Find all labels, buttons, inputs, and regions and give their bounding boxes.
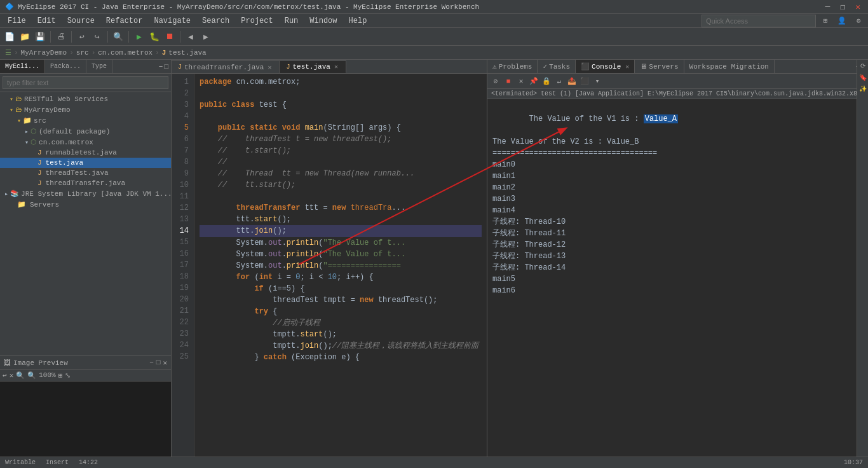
minimize-panel-btn[interactable]: − (159, 63, 163, 71)
console-clear-btn[interactable]: ⊘ (490, 76, 501, 87)
status-time: 10:37 (844, 459, 863, 466)
code-editor[interactable]: 1234 5 678910 111213 14 1516171819 20212… (172, 74, 487, 468)
preview-maximize-btn[interactable]: □ (156, 359, 161, 367)
breadcrumb-package[interactable]: cn.com.metrox (98, 49, 153, 57)
back-btn[interactable]: ◀ (184, 30, 198, 44)
tab-type[interactable]: Type (86, 60, 112, 73)
tree-item-threadtest[interactable]: J threadTest.java (0, 168, 171, 178)
tab-threadtransfer[interactable]: J threadTransfer.java ✕ (172, 60, 280, 73)
console-line-thread14: 子线程: Thread-14 (492, 262, 863, 273)
debug-btn[interactable]: 🐛 (147, 30, 161, 44)
menu-search[interactable]: Search (197, 15, 234, 27)
tree-item-myarraydemo[interactable]: ▾ 🗁 MyArrayDemo (0, 104, 171, 115)
tree-item-default[interactable]: ▸ ⬡ (default package) (0, 126, 171, 137)
image-icon: 🖼 (4, 359, 11, 367)
quick-access-input[interactable] (702, 15, 816, 27)
menu-project[interactable]: Project (236, 15, 278, 27)
breadcrumb-src[interactable]: src (76, 49, 89, 57)
undo-btn[interactable]: ↩ (75, 30, 89, 44)
menu-source[interactable]: Source (62, 15, 100, 27)
tab-test[interactable]: J test.java ✕ (280, 60, 346, 73)
preview-toolbar-btn-6[interactable]: ⊞ (58, 371, 63, 380)
perspective-btn[interactable]: ⊞ (818, 14, 832, 28)
menu-help[interactable]: Help (344, 15, 372, 27)
side-btn-1[interactable]: ⟳ (859, 61, 867, 71)
console-close-icon[interactable]: ✕ (625, 63, 629, 71)
problems-icon: ⚠ (492, 62, 497, 71)
preview-content (0, 382, 171, 458)
console-open-console-btn[interactable]: ⬛ (579, 76, 590, 87)
run-btn[interactable]: ▶ (132, 30, 146, 44)
side-btn-3[interactable]: ✨ (858, 84, 868, 94)
user-btn[interactable]: 👤 (835, 14, 849, 28)
tree-label-src: src (34, 117, 46, 125)
preview-toolbar-btn-1[interactable]: ↩ (3, 371, 7, 380)
tree-item-threadtransfer[interactable]: J threadTransfer.java (0, 178, 171, 188)
fwd-btn[interactable]: ▶ (199, 30, 213, 44)
side-btn-2[interactable]: 🔖 (858, 72, 868, 83)
preview-toolbar-btn-4[interactable]: 🔍 (27, 371, 36, 380)
breadcrumb-file[interactable]: test.java (168, 49, 206, 57)
console-export-btn[interactable]: 📤 (566, 76, 578, 87)
tab-threadtransfer-close[interactable]: ✕ (266, 64, 273, 71)
menu-file[interactable]: File (3, 15, 31, 27)
tree-item-test[interactable]: J test.java (0, 158, 171, 168)
tab-tasks[interactable]: ✓ Tasks (538, 60, 576, 73)
tab-problems[interactable]: ⚠ Problems (487, 60, 538, 73)
window-title: MyEclipse 2017 CI - Java Enterprise - My… (18, 3, 479, 11)
maximize-btn[interactable]: ❐ (837, 2, 848, 12)
console-settings-btn[interactable]: ▾ (592, 76, 603, 87)
menu-edit[interactable]: Edit (32, 15, 61, 27)
tree-item-cncommetrox[interactable]: ▾ ⬡ cn.com.metrox (0, 137, 171, 148)
close-btn[interactable]: ✕ (853, 2, 863, 12)
menu-navigate[interactable]: Navigate (149, 15, 196, 27)
tab-myeclipse[interactable]: MyEcli... (0, 60, 45, 73)
filter-input[interactable] (3, 76, 168, 89)
tab-servers[interactable]: 🖥 Servers (635, 60, 684, 73)
tab-workspace-migration[interactable]: Workspace Migration (684, 60, 775, 73)
redo-btn[interactable]: ↪ (90, 30, 104, 44)
folder-icon-myarraydemo: ▾ (10, 106, 13, 114)
console-pin-btn[interactable]: 📌 (528, 76, 539, 87)
preview-toolbar-btn-2[interactable]: ✕ (10, 371, 14, 380)
preview-toolbar-btn-7[interactable]: ⤡ (65, 371, 71, 380)
tree-item-jre[interactable]: ▸ 📚 JRE System Library [Java JDK VM 1... (0, 188, 171, 199)
console-tabs: ⚠ Problems ✓ Tasks ⬛ Console ✕ 🖥 Servers… (487, 60, 868, 74)
save-btn[interactable]: 💾 (33, 30, 47, 44)
tree-item-runnabletest[interactable]: J runnabletest.java (0, 148, 171, 158)
console-remove-btn[interactable]: ✕ (515, 76, 527, 87)
console-terminate-btn[interactable]: ■ (503, 76, 514, 87)
console-content[interactable]: The Value of the V1 is : Value_A The Val… (487, 99, 868, 468)
menu-window[interactable]: Window (304, 15, 342, 27)
console-scroll-lock-btn[interactable]: 🔒 (541, 76, 552, 87)
stop-btn[interactable]: ⏹ (163, 30, 177, 44)
open-btn[interactable]: 📁 (18, 30, 32, 44)
tab-package[interactable]: Packa... (45, 60, 86, 73)
console-line-main1: main1 (492, 170, 863, 182)
status-text: Writable (5, 459, 36, 466)
tree-item-src[interactable]: ▾ 📁 src (0, 115, 171, 126)
settings-top-btn[interactable]: ⚙ (851, 14, 865, 28)
breadcrumb-j: J (162, 49, 166, 57)
preview-close-btn[interactable]: ✕ (163, 359, 167, 367)
code-content[interactable]: package cn.com.metrox; public class test… (194, 74, 487, 468)
console-word-wrap-btn[interactable]: ↵ (553, 76, 565, 87)
package-icon-default: ▸ (25, 128, 29, 135)
print-btn[interactable]: 🖨 (54, 30, 68, 44)
tab-test-close[interactable]: ✕ (333, 63, 339, 71)
maximize-panel-btn[interactable]: □ (164, 63, 168, 71)
breadcrumb-home[interactable]: ☰ (5, 48, 11, 57)
console-line-thread11: 子线程: Thread-11 (492, 228, 863, 239)
menu-run[interactable]: Run (280, 15, 304, 27)
preview-toolbar-btn-3[interactable]: 🔍 (16, 371, 25, 380)
tree-item-servers[interactable]: 📁 Servers (0, 199, 171, 210)
menu-refactor[interactable]: Refactor (101, 15, 148, 27)
preview-minimize-btn[interactable]: − (149, 359, 154, 367)
minimize-btn[interactable]: — (823, 2, 833, 12)
breadcrumb-project[interactable]: MyArrayDemo (21, 49, 67, 57)
tab-console[interactable]: ⬛ Console ✕ (576, 60, 635, 73)
search-toolbar-btn[interactable]: 🔍 (111, 30, 125, 44)
new-btn[interactable]: 📄 (3, 30, 17, 44)
tree-item-restful[interactable]: ▾ 🗁 RESTful Web Services (0, 93, 171, 104)
preview-toolbar-btn-5[interactable]: 100% (39, 371, 55, 380)
